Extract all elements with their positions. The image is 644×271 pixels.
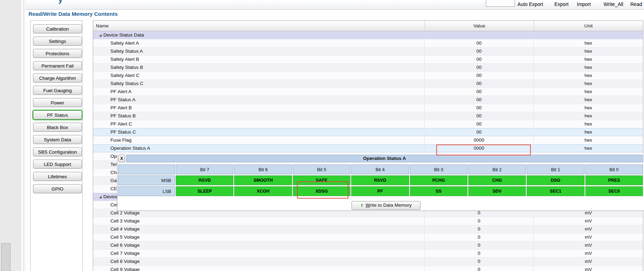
row-unit: hex [533, 47, 643, 55]
table-row[interactable]: PF Status A00hex [93, 96, 643, 104]
bit-cell-pf[interactable]: PF [351, 186, 409, 196]
table-row[interactable]: Fuse Flag0000hex [93, 136, 643, 144]
table-rows: ◢Device Status DataSafety Alert A00hexSa… [93, 31, 643, 271]
sidebar-button-permanent-fail[interactable]: Permanent Fail [33, 61, 82, 70]
row-value[interactable]: 0000 [424, 136, 534, 144]
row-value[interactable]: 00 [424, 64, 534, 71]
row-value[interactable] [424, 31, 534, 39]
row-name: PF Alert B [93, 104, 424, 112]
minimized-view-tab[interactable] [1, 243, 11, 271]
expanded-triangle-icon[interactable]: ◢ [99, 193, 103, 201]
row-value[interactable]: 00 [424, 96, 534, 104]
toolbar-input[interactable] [486, 0, 515, 7]
sidebar-button-system-data[interactable]: System Data [33, 135, 82, 144]
row-value[interactable]: 0 [424, 266, 534, 271]
table-row[interactable]: Operation Status A0000hex [93, 144, 643, 153]
bit-cell-sec1[interactable]: SEC1 [527, 186, 584, 196]
window-splitter[interactable] [21, 0, 21, 271]
row-value[interactable]: 0 [424, 225, 534, 233]
table-row[interactable]: Cell 4 Voltage0mV [93, 225, 643, 233]
table-row[interactable]: Cell 6 Voltage0mV [93, 241, 643, 250]
row-value[interactable]: 0 [424, 233, 534, 241]
table-row[interactable]: Cell 9 Voltage0mV [93, 266, 643, 271]
table-row[interactable]: PF Alert C00hex [93, 120, 643, 128]
toolbar-button[interactable]: Export [554, 1, 568, 7]
sidebar-button-lifetimes[interactable]: Lifetimes [33, 172, 82, 181]
table-row[interactable]: PF Alert B00hex [93, 104, 643, 112]
expanded-triangle-icon[interactable]: ◢ [99, 31, 103, 39]
row-value[interactable]: 00 [424, 120, 534, 128]
bit-cell-sec0[interactable]: SEC0 [585, 186, 643, 196]
table-row[interactable]: Cell 8 Voltage0mV [93, 258, 643, 266]
sidebar-button-gpio[interactable]: GPIO [33, 184, 82, 193]
table-row[interactable]: Safety Status A00hex [93, 47, 643, 56]
sidebar-button-power[interactable]: Power [33, 98, 82, 107]
row-value[interactable]: 00 [424, 72, 534, 79]
table-row[interactable]: Safety Alert C00hex [93, 72, 643, 80]
bit-cell-chg[interactable]: CHG [468, 175, 526, 185]
toolbar-button[interactable]: Import [577, 1, 591, 7]
toolbar-button[interactable]: Write_All [604, 1, 623, 7]
toolbar-button[interactable]: Read [630, 1, 642, 7]
bit-cell-sdv[interactable]: SDV [468, 186, 526, 196]
row-value[interactable]: 00 [424, 112, 534, 120]
row-name: PF Status C [93, 128, 424, 136]
row-value[interactable]: 00 [424, 39, 534, 47]
window-splitter[interactable] [23, 0, 24, 271]
column-header-name[interactable]: Name [93, 21, 425, 31]
row-unit [533, 31, 643, 39]
bit-cell-pres[interactable]: PRES [585, 175, 643, 185]
row-value[interactable]: 0 [424, 241, 534, 249]
row-value[interactable]: 00 [424, 88, 534, 96]
row-value[interactable]: 00 [424, 47, 534, 55]
bit-table-corner-cell [118, 164, 175, 174]
row-unit: mV [533, 266, 643, 271]
sidebar-button-protections[interactable]: Protections [33, 49, 82, 58]
table-row[interactable]: PF Status B00hex [93, 112, 643, 120]
sidebar-button-led-support[interactable]: LED Support [33, 160, 82, 169]
table-row[interactable]: Safety Alert B00hex [93, 56, 643, 64]
sidebar-button-settings[interactable]: Settings [33, 37, 82, 46]
table-row[interactable]: Cell 5 Voltage0mV [93, 233, 643, 241]
row-name: ◢Device Status Data [93, 31, 424, 39]
row-name-label: Cell 5 Voltage [110, 234, 140, 240]
row-name-label: PF Alert A [110, 89, 131, 94]
table-row[interactable]: Cell 7 Voltage0mV [93, 250, 643, 258]
sidebar-button-charge-algorithm[interactable]: Charge Algorithm [33, 73, 82, 83]
bit-cell-xcgh[interactable]: XCGH [234, 186, 292, 196]
table-row[interactable]: PF Alert A00hex [93, 88, 643, 96]
row-value[interactable]: 0 [424, 250, 534, 257]
bit-cell-ss[interactable]: SS [410, 186, 468, 196]
toolbar-button[interactable]: Auto Export [517, 1, 543, 7]
table-row[interactable]: PF Status C00hex [93, 128, 643, 136]
row-unit: hex [533, 80, 643, 88]
row-name-label: Safety Status C [110, 81, 143, 86]
sidebar-button-sbs-configuration[interactable]: SBS Configuration [33, 147, 82, 156]
row-value[interactable]: 0 [424, 217, 534, 225]
table-row[interactable]: Cell 3 Voltage0mV [93, 217, 643, 225]
table-row[interactable]: Safety Alert A00hex [93, 39, 643, 47]
column-header-value[interactable]: Value [425, 21, 534, 31]
table-row[interactable]: Safety Status B00hex [93, 64, 643, 72]
table-row[interactable]: Safety Status C00hex [93, 80, 643, 88]
row-value[interactable]: 00 [424, 56, 534, 63]
row-value[interactable]: 00 [424, 80, 534, 88]
bit-cell-smooth[interactable]: SMOOTH [234, 175, 292, 185]
bit-cell-rsvd[interactable]: RSVD [351, 175, 409, 185]
close-button[interactable]: X [118, 155, 125, 162]
table-row[interactable]: ◢Device Status Data [93, 31, 643, 39]
row-value[interactable]: 0 [424, 258, 534, 265]
row-value[interactable]: 00 [424, 104, 534, 112]
bit-cell-pchg[interactable]: PCHG [410, 175, 468, 185]
bit-cell-sleep[interactable]: SLEEP [176, 186, 233, 196]
column-header-unit[interactable]: Unit [534, 21, 643, 31]
bit-cell-rsvd[interactable]: RSVD [176, 175, 233, 185]
sidebar-button-calibration[interactable]: Calibration [33, 24, 82, 33]
write-to-data-memory-button[interactable]: ⬆Write to Data Memory [352, 201, 420, 210]
bit-cell-dsg[interactable]: DSG [527, 175, 584, 185]
row-name: Safety Alert B [93, 56, 424, 63]
sidebar-button-black-box[interactable]: Black Box [33, 123, 82, 132]
sidebar-button-pf-status[interactable]: PF Status [33, 110, 82, 120]
row-value[interactable]: 00 [424, 128, 534, 136]
sidebar-button-fuel-gauging[interactable]: Fuel Gauging [33, 86, 82, 95]
